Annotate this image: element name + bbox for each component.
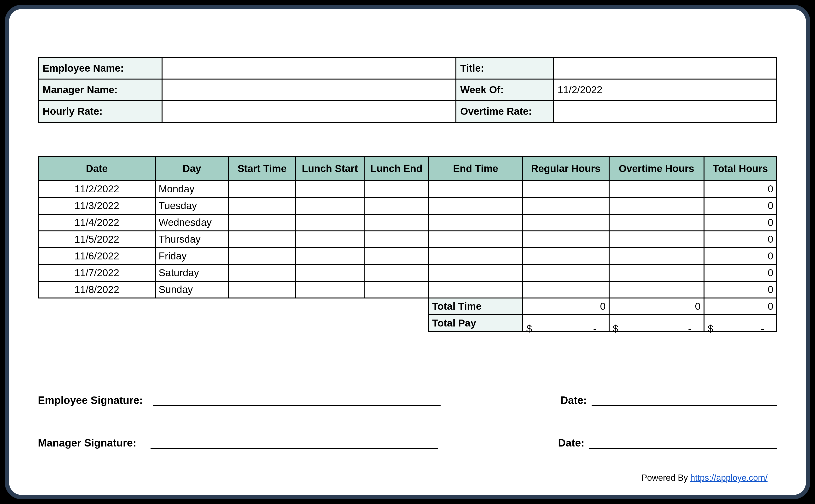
cell-end-time[interactable]: [429, 281, 523, 298]
total-time-regular: 0: [523, 298, 609, 315]
info-row-rate: Hourly Rate: Overtime Rate:: [38, 101, 777, 122]
timesheet-row: 11/4/2022Wednesday0: [38, 214, 777, 231]
manager-name-value[interactable]: [162, 79, 456, 101]
employee-signature-line[interactable]: [153, 392, 441, 406]
cell-overtime-hours: [609, 281, 704, 298]
title-value[interactable]: [553, 57, 777, 79]
cell-total-hours: 0: [704, 231, 777, 248]
cell-lunch-start[interactable]: [295, 197, 364, 214]
total-pay-row: Total Pay $ - $ - $ -: [38, 315, 777, 332]
manager-signature-row: Manager Signature: Date:: [38, 435, 777, 449]
cell-end-time[interactable]: [429, 181, 523, 197]
cell-total-hours: 0: [704, 281, 777, 298]
total-pay-total: $ -: [704, 315, 777, 332]
hourly-rate-value[interactable]: [162, 101, 456, 122]
cell-end-time[interactable]: [429, 231, 523, 248]
cell-overtime-hours: [609, 214, 704, 231]
timesheet-row: 11/2/2022Monday0: [38, 181, 777, 197]
cell-end-time[interactable]: [429, 214, 523, 231]
currency-symbol: $: [613, 323, 619, 335]
pay-dash: -: [761, 323, 764, 335]
total-time-row: Total Time 0 0 0: [38, 298, 777, 315]
employee-signature-label: Employee Signature:: [38, 394, 153, 406]
timesheet-row: 11/7/2022Saturday0: [38, 264, 777, 281]
cell-overtime-hours: [609, 181, 704, 197]
cell-start-time[interactable]: [228, 197, 295, 214]
cell-total-hours: 0: [704, 264, 777, 281]
manager-signature-label: Manager Signature:: [38, 437, 150, 449]
manager-date-line[interactable]: [589, 435, 777, 449]
cell-regular-hours: [523, 264, 609, 281]
cell-end-time[interactable]: [429, 264, 523, 281]
cell-lunch-start[interactable]: [295, 264, 364, 281]
overtime-rate-value[interactable]: [553, 101, 777, 122]
header-regular-hours: Regular Hours: [523, 157, 609, 181]
header-overtime-hours: Overtime Hours: [609, 157, 704, 181]
timesheet-row: 11/3/2022Tuesday0: [38, 197, 777, 214]
pay-dash: -: [688, 323, 692, 335]
cell-day: Monday: [155, 181, 228, 197]
cell-lunch-end[interactable]: [364, 181, 429, 197]
total-pay-regular: $ -: [523, 315, 609, 332]
cell-overtime-hours: [609, 197, 704, 214]
cell-lunch-end[interactable]: [364, 248, 429, 264]
hourly-rate-label: Hourly Rate:: [38, 101, 162, 122]
cell-end-time[interactable]: [429, 197, 523, 214]
cell-day: Sunday: [155, 281, 228, 298]
cell-start-time[interactable]: [228, 248, 295, 264]
cell-total-hours: 0: [704, 181, 777, 197]
cell-total-hours: 0: [704, 197, 777, 214]
timesheet-header-row: Date Day Start Time Lunch Start Lunch En…: [38, 157, 777, 181]
cell-regular-hours: [523, 281, 609, 298]
info-row-employee: Employee Name: Title:: [38, 57, 777, 79]
footer: Powered By https://apploye.com/: [642, 473, 768, 483]
cell-lunch-start[interactable]: [295, 231, 364, 248]
manager-signature-line[interactable]: [150, 435, 438, 449]
header-date: Date: [38, 157, 155, 181]
employee-name-value[interactable]: [162, 57, 456, 79]
week-of-label: Week Of:: [456, 79, 553, 101]
cell-day: Wednesday: [155, 214, 228, 231]
cell-lunch-start[interactable]: [295, 248, 364, 264]
cell-lunch-end[interactable]: [364, 264, 429, 281]
timesheet-row: 11/6/2022Friday0: [38, 248, 777, 264]
cell-lunch-end[interactable]: [364, 197, 429, 214]
header-end-time: End Time: [429, 157, 523, 181]
timesheet-row: 11/8/2022Sunday0: [38, 281, 777, 298]
employee-date-line[interactable]: [592, 392, 777, 406]
cell-lunch-end[interactable]: [364, 231, 429, 248]
cell-regular-hours: [523, 214, 609, 231]
manager-name-label: Manager Name:: [38, 79, 162, 101]
cell-start-time[interactable]: [228, 264, 295, 281]
cell-lunch-end[interactable]: [364, 281, 429, 298]
cell-lunch-start[interactable]: [295, 181, 364, 197]
total-time-overtime: 0: [609, 298, 704, 315]
cell-start-time[interactable]: [228, 181, 295, 197]
info-row-manager: Manager Name: Week Of: 11/2/2022: [38, 79, 777, 101]
total-pay-overtime: $ -: [609, 315, 704, 332]
cell-lunch-start[interactable]: [295, 214, 364, 231]
cell-overtime-hours: [609, 248, 704, 264]
cell-start-time[interactable]: [228, 214, 295, 231]
total-pay-label: Total Pay: [429, 315, 523, 332]
header-total-hours: Total Hours: [704, 157, 777, 181]
week-of-value[interactable]: 11/2/2022: [553, 79, 777, 101]
cell-lunch-start[interactable]: [295, 281, 364, 298]
employee-signature-row: Employee Signature: Date:: [38, 392, 777, 406]
cell-start-time[interactable]: [228, 231, 295, 248]
currency-symbol: $: [527, 323, 532, 335]
cell-date: 11/4/2022: [38, 214, 155, 231]
cell-start-time[interactable]: [228, 281, 295, 298]
header-day: Day: [155, 157, 228, 181]
currency-symbol: $: [708, 323, 713, 335]
cell-day: Friday: [155, 248, 228, 264]
footer-link[interactable]: https://apploye.com/: [690, 473, 768, 483]
cell-regular-hours: [523, 248, 609, 264]
cell-day: Saturday: [155, 264, 228, 281]
cell-lunch-end[interactable]: [364, 214, 429, 231]
cell-date: 11/6/2022: [38, 248, 155, 264]
cell-total-hours: 0: [704, 248, 777, 264]
cell-total-hours: 0: [704, 214, 777, 231]
footer-prefix: Powered By: [642, 473, 690, 483]
cell-end-time[interactable]: [429, 248, 523, 264]
